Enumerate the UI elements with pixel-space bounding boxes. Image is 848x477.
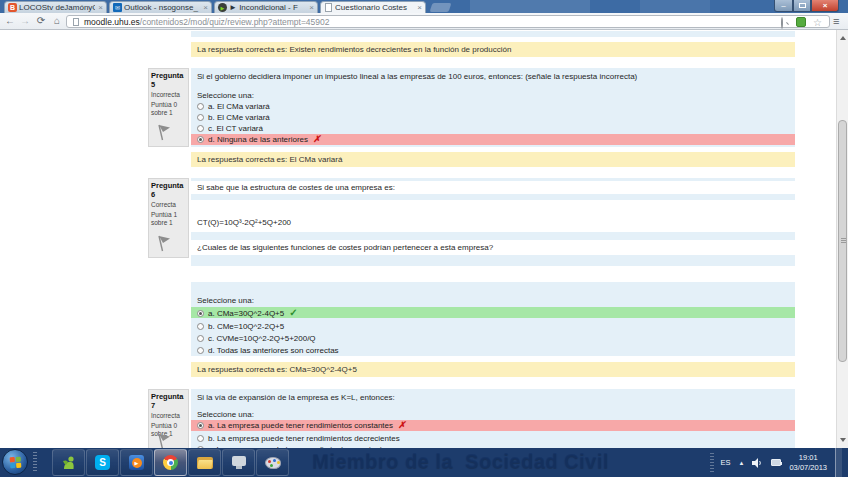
- tab-cuestionario-active[interactable]: Cuestionario Costes ×: [320, 1, 426, 13]
- taskbar-paint-button[interactable]: [256, 449, 289, 476]
- tab-title: ► Incondicional - F: [229, 3, 306, 12]
- taskbar-computer-button[interactable]: [222, 449, 255, 476]
- language-indicator[interactable]: ES: [720, 458, 730, 467]
- feedback-bar: La respuesta correcta es: Existen rendim…: [191, 42, 795, 57]
- flag-icon[interactable]: [157, 124, 172, 141]
- option-label: b. La empresa puede tener rendimientos d…: [208, 434, 400, 443]
- close-window-button[interactable]: ×: [811, 0, 839, 12]
- address-bar[interactable]: moodle.uhu.es/contenidos2/mod/quiz/revie…: [66, 15, 830, 28]
- question-prompt-row: ¿Cuales de las siguientes funciones de c…: [191, 240, 795, 255]
- home-icon[interactable]: ⌂: [50, 13, 64, 29]
- close-tab-icon[interactable]: ×: [98, 3, 103, 13]
- empty-row: [191, 266, 795, 282]
- skype-icon: S: [95, 455, 110, 470]
- tab-incondicional[interactable]: ▶ ► Incondicional - F ×: [214, 1, 318, 13]
- taskbar-mediaplayer-button[interactable]: ▶: [120, 449, 153, 476]
- option-row-c[interactable]: c. El CT variará: [191, 123, 795, 134]
- taskbar-messenger-button[interactable]: [52, 449, 85, 476]
- bookmark-star-icon[interactable]: ☆: [813, 16, 822, 29]
- tab-locostv[interactable]: B LOCOStv deJamónyC ×: [4, 1, 107, 13]
- show-desktop-button[interactable]: [835, 448, 842, 477]
- tab-outlook[interactable]: ✉ Outlook - nsogonse_ ×: [109, 1, 212, 13]
- scroll-up-icon[interactable]: [840, 36, 846, 40]
- option-row-a[interactable]: a. El CMa variará: [191, 101, 795, 112]
- windows-taskbar: S ▶ Miembro de la Sociedad Civil ES ▲: [0, 448, 848, 477]
- start-button[interactable]: [2, 449, 28, 475]
- option-label: c. El CT variará: [208, 124, 263, 133]
- radio-button[interactable]: [197, 335, 204, 342]
- taskbar-skype-button[interactable]: S: [86, 449, 119, 476]
- blogger-icon: B: [8, 3, 17, 12]
- close-tab-icon[interactable]: ×: [309, 3, 314, 13]
- chrome-icon: [163, 455, 178, 470]
- scroll-down-icon[interactable]: [840, 438, 846, 442]
- window-controls: – ×: [774, 0, 839, 12]
- option-label: b. El CMe variará: [208, 113, 270, 122]
- radio-button-selected[interactable]: [197, 422, 204, 429]
- question-status: Incorrecta: [151, 412, 186, 419]
- forward-icon[interactable]: →: [18, 13, 32, 29]
- correct-check-icon: ✓: [289, 307, 297, 318]
- option-row-d-incorrect[interactable]: d. Ninguna de las anteriores✗: [191, 134, 795, 145]
- question-intro-row: Si sabe que la estructura de costes de u…: [191, 181, 795, 194]
- radio-button[interactable]: [197, 435, 204, 442]
- vertical-scrollbar[interactable]: [836, 30, 848, 448]
- radio-button-selected[interactable]: [197, 136, 204, 143]
- radio-button[interactable]: [197, 347, 204, 354]
- tray-expand-icon[interactable]: ▲: [739, 460, 745, 466]
- option-row-b[interactable]: b. El CMe variará: [191, 112, 795, 123]
- question-text: ¿Cuales de las siguientes funciones de c…: [197, 243, 493, 252]
- power-icon[interactable]: [771, 459, 781, 466]
- option-label: b. CMe=10Q^2-2Q+5: [208, 322, 284, 331]
- radio-button[interactable]: [197, 125, 204, 132]
- option-row-a-incorrect[interactable]: a. La empresa puede tener rendimientos c…: [191, 420, 795, 431]
- media-site-icon: ▶: [218, 3, 227, 12]
- question-score: Puntúa 0sobre 1: [151, 101, 186, 116]
- chrome-menu-icon[interactable]: ≡: [833, 14, 839, 29]
- watermark-text: Miembro de la Sociedad Civil: [312, 450, 609, 473]
- tab-title: Cuestionario Costes: [335, 3, 414, 12]
- flag-icon[interactable]: [157, 433, 172, 448]
- radio-button-selected[interactable]: [197, 310, 204, 317]
- page-icon: [73, 18, 79, 26]
- media-player-icon: ▶: [129, 455, 144, 470]
- scrollbar-thumb[interactable]: [838, 120, 847, 362]
- taskbar-explorer-button[interactable]: [188, 449, 221, 476]
- flag-icon[interactable]: [157, 235, 172, 252]
- close-tab-icon[interactable]: ×: [203, 3, 208, 13]
- volume-icon[interactable]: [752, 454, 763, 472]
- browser-tab-strip: B LOCOStv deJamónyC × ✉ Outlook - nsogon…: [0, 0, 848, 13]
- aero-glass-highlight: [640, 0, 710, 13]
- incorrect-cross-icon: ✗: [398, 420, 406, 430]
- select-one-label: Seleccione una:: [197, 410, 254, 419]
- outlook-icon: ✉: [113, 3, 122, 12]
- option-label: d. Todas las anteriores son correctas: [208, 346, 339, 355]
- question5-info-panel: Pregunta 5 Incorrecta Puntúa 0sobre 1: [148, 68, 189, 147]
- taskbar-chrome-button-active[interactable]: [154, 449, 187, 476]
- back-icon[interactable]: ←: [3, 13, 17, 29]
- close-tab-icon[interactable]: ×: [417, 3, 422, 13]
- radio-button[interactable]: [197, 114, 204, 121]
- new-tab-button[interactable]: [430, 3, 452, 12]
- question-text: Si sabe que la estructura de costes de u…: [197, 183, 395, 192]
- aero-glass-highlight: [470, 0, 590, 13]
- option-row-d[interactable]: d. Todas las anteriores son correctas: [191, 345, 795, 356]
- radio-button[interactable]: [197, 323, 204, 330]
- url-domain: moodle.uhu.es: [84, 17, 140, 27]
- system-tray: ES ▲ 19:01 03/07/2013: [710, 448, 842, 477]
- option-label: d. Ninguna de las anteriores: [208, 135, 308, 144]
- maximize-button[interactable]: [793, 0, 811, 12]
- search-icon[interactable]: [781, 18, 789, 26]
- radio-button[interactable]: [197, 103, 204, 110]
- option-row-b[interactable]: b. CMe=10Q^2-2Q+5: [191, 321, 795, 332]
- clock[interactable]: 19:01 03/07/2013: [789, 453, 827, 473]
- option-row-b[interactable]: b. La empresa puede tener rendimientos d…: [191, 433, 795, 444]
- extension-icon[interactable]: [796, 17, 806, 27]
- option-label: a. El CMa variará: [208, 102, 270, 111]
- option-row-a-correct[interactable]: a. CMa=30Q^2-4Q+5✓: [191, 307, 795, 318]
- paint-palette-icon: [265, 457, 281, 469]
- reload-icon[interactable]: ⟳: [34, 13, 48, 29]
- option-row-c[interactable]: c. CVMe=10Q^2-2Q+5+200/Q: [191, 333, 795, 344]
- option-label: a. CMa=30Q^2-4Q+5: [208, 309, 284, 318]
- minimize-button[interactable]: –: [774, 0, 793, 12]
